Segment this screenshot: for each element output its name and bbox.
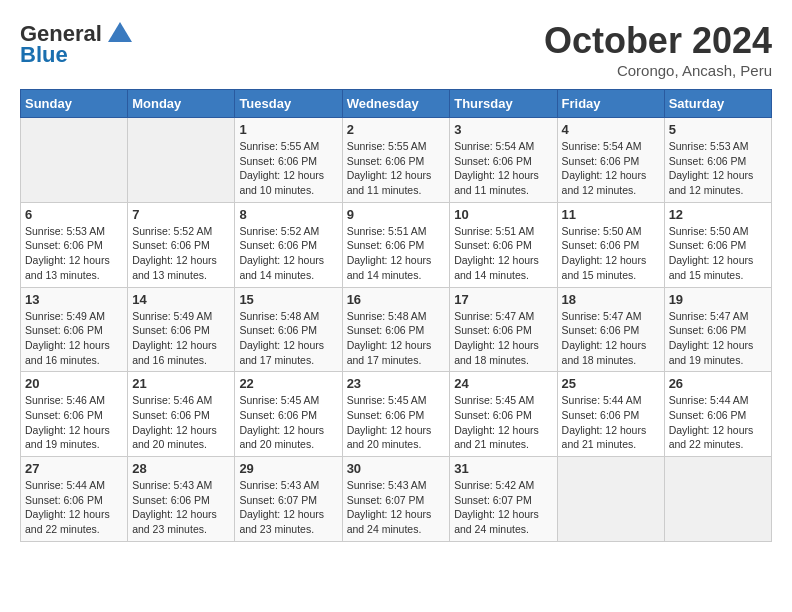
day-number: 5 (669, 122, 767, 137)
day-number: 11 (562, 207, 660, 222)
day-info: Sunrise: 5:47 AMSunset: 6:06 PMDaylight:… (669, 309, 767, 368)
weekday-header: Wednesday (342, 90, 450, 118)
day-number: 15 (239, 292, 337, 307)
calendar-week-row: 1Sunrise: 5:55 AMSunset: 6:06 PMDaylight… (21, 118, 772, 203)
day-info: Sunrise: 5:49 AMSunset: 6:06 PMDaylight:… (132, 309, 230, 368)
logo: General Blue (20, 20, 134, 68)
day-info: Sunrise: 5:53 AMSunset: 6:06 PMDaylight:… (25, 224, 123, 283)
page-header: General Blue October 2024 Corongo, Ancas… (20, 20, 772, 79)
calendar-cell: 17Sunrise: 5:47 AMSunset: 6:06 PMDayligh… (450, 287, 557, 372)
weekday-header: Friday (557, 90, 664, 118)
calendar-cell (664, 457, 771, 542)
day-info: Sunrise: 5:52 AMSunset: 6:06 PMDaylight:… (239, 224, 337, 283)
day-number: 29 (239, 461, 337, 476)
day-number: 8 (239, 207, 337, 222)
logo-blue: Blue (20, 42, 68, 68)
calendar-cell: 7Sunrise: 5:52 AMSunset: 6:06 PMDaylight… (128, 202, 235, 287)
calendar-cell: 13Sunrise: 5:49 AMSunset: 6:06 PMDayligh… (21, 287, 128, 372)
day-number: 16 (347, 292, 446, 307)
calendar-cell: 5Sunrise: 5:53 AMSunset: 6:06 PMDaylight… (664, 118, 771, 203)
day-info: Sunrise: 5:48 AMSunset: 6:06 PMDaylight:… (239, 309, 337, 368)
day-number: 20 (25, 376, 123, 391)
day-number: 21 (132, 376, 230, 391)
day-number: 4 (562, 122, 660, 137)
day-info: Sunrise: 5:55 AMSunset: 6:06 PMDaylight:… (239, 139, 337, 198)
day-info: Sunrise: 5:49 AMSunset: 6:06 PMDaylight:… (25, 309, 123, 368)
calendar-cell: 6Sunrise: 5:53 AMSunset: 6:06 PMDaylight… (21, 202, 128, 287)
day-number: 17 (454, 292, 552, 307)
day-number: 25 (562, 376, 660, 391)
calendar-cell: 2Sunrise: 5:55 AMSunset: 6:06 PMDaylight… (342, 118, 450, 203)
day-number: 22 (239, 376, 337, 391)
weekday-header: Tuesday (235, 90, 342, 118)
svg-marker-0 (108, 22, 132, 42)
day-info: Sunrise: 5:47 AMSunset: 6:06 PMDaylight:… (454, 309, 552, 368)
day-info: Sunrise: 5:44 AMSunset: 6:06 PMDaylight:… (25, 478, 123, 537)
calendar-cell: 1Sunrise: 5:55 AMSunset: 6:06 PMDaylight… (235, 118, 342, 203)
calendar-cell: 27Sunrise: 5:44 AMSunset: 6:06 PMDayligh… (21, 457, 128, 542)
calendar-cell: 20Sunrise: 5:46 AMSunset: 6:06 PMDayligh… (21, 372, 128, 457)
calendar-week-row: 13Sunrise: 5:49 AMSunset: 6:06 PMDayligh… (21, 287, 772, 372)
calendar-cell (21, 118, 128, 203)
day-number: 23 (347, 376, 446, 391)
month-title: October 2024 (544, 20, 772, 62)
calendar-cell: 3Sunrise: 5:54 AMSunset: 6:06 PMDaylight… (450, 118, 557, 203)
calendar-cell: 18Sunrise: 5:47 AMSunset: 6:06 PMDayligh… (557, 287, 664, 372)
title-block: October 2024 Corongo, Ancash, Peru (544, 20, 772, 79)
day-number: 14 (132, 292, 230, 307)
day-info: Sunrise: 5:51 AMSunset: 6:06 PMDaylight:… (347, 224, 446, 283)
day-info: Sunrise: 5:43 AMSunset: 6:07 PMDaylight:… (347, 478, 446, 537)
calendar-cell: 30Sunrise: 5:43 AMSunset: 6:07 PMDayligh… (342, 457, 450, 542)
day-info: Sunrise: 5:45 AMSunset: 6:06 PMDaylight:… (347, 393, 446, 452)
day-info: Sunrise: 5:54 AMSunset: 6:06 PMDaylight:… (454, 139, 552, 198)
calendar-cell: 8Sunrise: 5:52 AMSunset: 6:06 PMDaylight… (235, 202, 342, 287)
day-number: 31 (454, 461, 552, 476)
day-info: Sunrise: 5:50 AMSunset: 6:06 PMDaylight:… (562, 224, 660, 283)
day-info: Sunrise: 5:45 AMSunset: 6:06 PMDaylight:… (239, 393, 337, 452)
day-number: 24 (454, 376, 552, 391)
day-number: 1 (239, 122, 337, 137)
day-number: 10 (454, 207, 552, 222)
day-number: 3 (454, 122, 552, 137)
calendar-cell: 24Sunrise: 5:45 AMSunset: 6:06 PMDayligh… (450, 372, 557, 457)
weekday-header: Sunday (21, 90, 128, 118)
day-number: 9 (347, 207, 446, 222)
calendar-cell: 23Sunrise: 5:45 AMSunset: 6:06 PMDayligh… (342, 372, 450, 457)
day-info: Sunrise: 5:50 AMSunset: 6:06 PMDaylight:… (669, 224, 767, 283)
calendar-week-row: 27Sunrise: 5:44 AMSunset: 6:06 PMDayligh… (21, 457, 772, 542)
day-number: 28 (132, 461, 230, 476)
location: Corongo, Ancash, Peru (544, 62, 772, 79)
day-number: 2 (347, 122, 446, 137)
day-info: Sunrise: 5:43 AMSunset: 6:06 PMDaylight:… (132, 478, 230, 537)
calendar-cell: 25Sunrise: 5:44 AMSunset: 6:06 PMDayligh… (557, 372, 664, 457)
calendar-cell: 9Sunrise: 5:51 AMSunset: 6:06 PMDaylight… (342, 202, 450, 287)
day-info: Sunrise: 5:54 AMSunset: 6:06 PMDaylight:… (562, 139, 660, 198)
calendar-header-row: SundayMondayTuesdayWednesdayThursdayFrid… (21, 90, 772, 118)
calendar-cell (557, 457, 664, 542)
calendar-cell: 19Sunrise: 5:47 AMSunset: 6:06 PMDayligh… (664, 287, 771, 372)
calendar-cell: 28Sunrise: 5:43 AMSunset: 6:06 PMDayligh… (128, 457, 235, 542)
calendar-cell: 12Sunrise: 5:50 AMSunset: 6:06 PMDayligh… (664, 202, 771, 287)
calendar-cell: 22Sunrise: 5:45 AMSunset: 6:06 PMDayligh… (235, 372, 342, 457)
day-info: Sunrise: 5:46 AMSunset: 6:06 PMDaylight:… (25, 393, 123, 452)
weekday-header: Saturday (664, 90, 771, 118)
day-number: 12 (669, 207, 767, 222)
calendar-week-row: 20Sunrise: 5:46 AMSunset: 6:06 PMDayligh… (21, 372, 772, 457)
calendar: SundayMondayTuesdayWednesdayThursdayFrid… (20, 89, 772, 542)
day-info: Sunrise: 5:48 AMSunset: 6:06 PMDaylight:… (347, 309, 446, 368)
calendar-cell: 31Sunrise: 5:42 AMSunset: 6:07 PMDayligh… (450, 457, 557, 542)
day-number: 30 (347, 461, 446, 476)
day-number: 27 (25, 461, 123, 476)
calendar-cell: 21Sunrise: 5:46 AMSunset: 6:06 PMDayligh… (128, 372, 235, 457)
day-info: Sunrise: 5:44 AMSunset: 6:06 PMDaylight:… (669, 393, 767, 452)
day-info: Sunrise: 5:55 AMSunset: 6:06 PMDaylight:… (347, 139, 446, 198)
calendar-cell: 14Sunrise: 5:49 AMSunset: 6:06 PMDayligh… (128, 287, 235, 372)
day-info: Sunrise: 5:47 AMSunset: 6:06 PMDaylight:… (562, 309, 660, 368)
day-info: Sunrise: 5:44 AMSunset: 6:06 PMDaylight:… (562, 393, 660, 452)
day-number: 19 (669, 292, 767, 307)
calendar-cell: 26Sunrise: 5:44 AMSunset: 6:06 PMDayligh… (664, 372, 771, 457)
calendar-cell: 16Sunrise: 5:48 AMSunset: 6:06 PMDayligh… (342, 287, 450, 372)
day-number: 6 (25, 207, 123, 222)
day-info: Sunrise: 5:46 AMSunset: 6:06 PMDaylight:… (132, 393, 230, 452)
calendar-cell: 29Sunrise: 5:43 AMSunset: 6:07 PMDayligh… (235, 457, 342, 542)
